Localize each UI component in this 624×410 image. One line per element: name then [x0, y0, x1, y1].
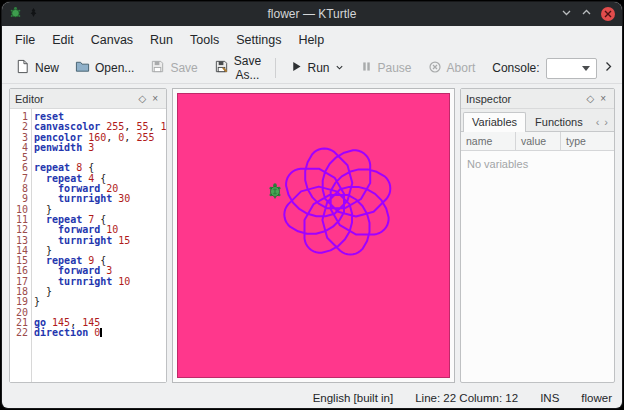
menu-edit[interactable]: Edit — [44, 29, 82, 51]
inspector-panel-title: Inspector — [466, 93, 583, 105]
run-play-icon — [290, 60, 303, 76]
flower-drawing — [178, 94, 449, 377]
titlebar-left — [9, 6, 119, 22]
toolbar: New Open... Save Save As... Run Pause Ab… — [2, 53, 622, 84]
window-title: flower — KTurtle — [119, 7, 505, 21]
save-button[interactable]: Save — [143, 56, 204, 80]
titlebar[interactable]: flower — KTurtle — [2, 2, 622, 26]
menu-canvas[interactable]: Canvas — [83, 29, 141, 51]
status-language[interactable]: English [built in] — [313, 392, 394, 404]
titlebar-controls — [505, 7, 615, 21]
editor-panel: Editor ◇ × 1reset2canvascolor 255, 55, 1… — [9, 88, 167, 383]
menubar: File Edit Canvas Run Tools Settings Help — [2, 26, 622, 53]
menu-file[interactable]: File — [7, 29, 43, 51]
tab-variables[interactable]: Variables — [463, 112, 526, 132]
tab-scroll-right-icon[interactable]: › — [602, 116, 610, 128]
float-panel-icon[interactable]: ◇ — [583, 93, 597, 104]
abort-button-label: Abort — [447, 61, 476, 75]
code-editor[interactable]: 1reset2canvascolor 255, 55, 1403pencolor… — [10, 109, 166, 382]
app-icon — [9, 6, 22, 22]
status-cursor-position: Line: 22 Column: 12 — [415, 392, 518, 404]
tab-scroll-arrows: ‹ › — [594, 116, 612, 131]
abort-button[interactable]: Abort — [421, 57, 483, 80]
run-button[interactable]: Run — [283, 57, 351, 79]
chevron-right-icon — [603, 61, 614, 75]
editor-panel-header: Editor ◇ × — [10, 89, 166, 109]
run-button-label: Run — [308, 61, 330, 75]
close-icon — [604, 7, 612, 21]
statusbar: English [built in] Line: 22 Column: 12 I… — [2, 387, 622, 408]
combobox-arrow-icon — [582, 66, 590, 71]
close-button[interactable] — [601, 7, 615, 21]
editor-panel-title: Editor — [15, 93, 135, 105]
open-button-label: Open... — [95, 61, 134, 75]
console-label: Console: — [492, 61, 539, 75]
pause-button[interactable]: Pause — [353, 57, 419, 79]
save-as-button[interactable]: Save As... — [207, 51, 268, 85]
console-combobox[interactable] — [546, 58, 597, 79]
column-value[interactable]: value — [516, 132, 561, 150]
run-dropdown-icon — [335, 61, 344, 75]
column-name[interactable]: name — [461, 132, 516, 150]
menu-settings[interactable]: Settings — [228, 29, 289, 51]
chevron-up-icon — [581, 7, 592, 21]
inspector-tabs: Variables Functions ‹ › — [461, 109, 614, 132]
save-icon — [150, 59, 165, 77]
maximize-button[interactable] — [581, 7, 592, 21]
variables-table-header: name value type — [461, 132, 614, 151]
canvas-frame — [172, 88, 455, 383]
menu-help[interactable]: Help — [290, 29, 332, 51]
inspector-panel: Inspector ◇ × Variables Functions ‹ › na… — [460, 88, 615, 383]
main-area: Editor ◇ × 1reset2canvascolor 255, 55, 1… — [2, 84, 622, 387]
minimize-button[interactable] — [561, 7, 572, 21]
save-button-label: Save — [170, 61, 197, 75]
kturtle-window: flower — KTurtle File Edit Canvas Run To… — [2, 2, 622, 408]
open-button[interactable]: Open... — [68, 56, 141, 80]
inspector-panel-header: Inspector ◇ × — [461, 89, 614, 109]
open-folder-icon — [75, 59, 90, 77]
pause-button-label: Pause — [378, 61, 412, 75]
pin-icon — [28, 7, 39, 21]
tab-functions[interactable]: Functions — [526, 112, 592, 132]
column-type[interactable]: type — [561, 132, 614, 150]
status-insert-mode[interactable]: INS — [540, 392, 559, 404]
save-as-button-label: Save As... — [234, 54, 261, 82]
status-document-name: flower — [581, 392, 612, 404]
no-variables-text: No variables — [461, 151, 614, 177]
menu-run[interactable]: Run — [142, 29, 181, 51]
turtle-sprite — [268, 182, 283, 203]
tab-scroll-left-icon[interactable]: ‹ — [594, 116, 602, 128]
close-panel-icon[interactable]: × — [597, 93, 609, 104]
new-button-label: New — [35, 61, 59, 75]
chevron-down-icon — [561, 7, 572, 21]
menu-tools[interactable]: Tools — [182, 29, 227, 51]
pause-icon — [360, 60, 373, 76]
abort-icon — [428, 60, 442, 77]
close-panel-icon[interactable]: × — [149, 93, 161, 104]
turtle-canvas[interactable] — [177, 93, 450, 378]
save-as-icon — [214, 59, 229, 77]
new-button[interactable]: New — [8, 56, 66, 80]
new-document-icon — [15, 59, 30, 77]
float-panel-icon[interactable]: ◇ — [135, 93, 149, 104]
toolbar-overflow-button[interactable] — [601, 58, 616, 78]
